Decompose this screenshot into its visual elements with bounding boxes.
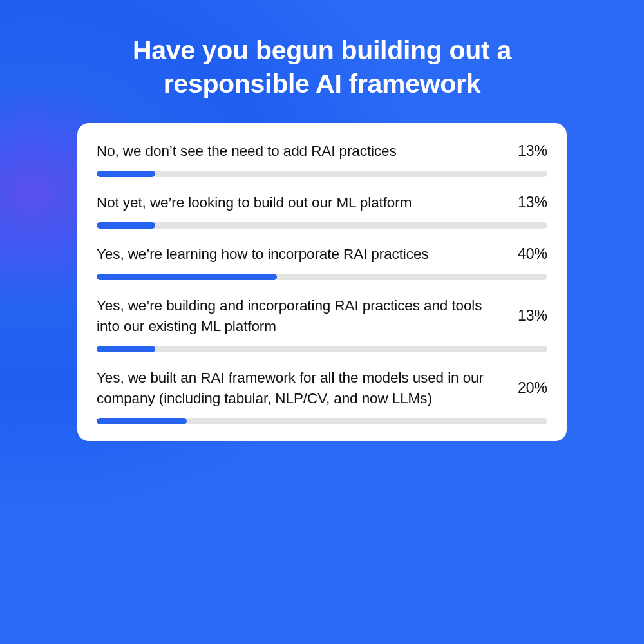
row-percent: 13% xyxy=(518,142,547,160)
progress-fill xyxy=(97,274,277,280)
progress-track xyxy=(97,346,547,352)
progress-track xyxy=(97,418,547,424)
row-percent: 20% xyxy=(518,379,547,397)
row-head: Yes, we built an RAI framework for all t… xyxy=(97,368,547,409)
progress-track xyxy=(97,274,547,280)
row-head: No, we don’t see the need to add RAI pra… xyxy=(97,141,547,162)
row-label: Yes, we’re learning how to incorporate R… xyxy=(97,244,502,265)
row-head: Not yet, we’re looking to build out our … xyxy=(97,193,547,213)
row-label: Yes, we built an RAI framework for all t… xyxy=(97,368,502,409)
result-row: Yes, we’re building and incorporating RA… xyxy=(97,296,547,352)
result-row: No, we don’t see the need to add RAI pra… xyxy=(97,141,547,177)
row-label: No, we don’t see the need to add RAI pra… xyxy=(97,141,502,162)
progress-track xyxy=(97,222,547,229)
result-row: Yes, we built an RAI framework for all t… xyxy=(97,368,547,424)
progress-fill xyxy=(97,346,155,352)
row-label: Yes, we’re building and incorporating RA… xyxy=(97,296,502,337)
progress-fill xyxy=(97,171,155,177)
row-head: Yes, we’re learning how to incorporate R… xyxy=(97,244,547,265)
results-card: No, we don’t see the need to add RAI pra… xyxy=(77,123,567,441)
result-row: Not yet, we’re looking to build out our … xyxy=(97,193,547,229)
row-label: Not yet, we’re looking to build out our … xyxy=(97,193,502,213)
row-percent: 13% xyxy=(518,194,547,211)
row-head: Yes, we’re building and incorporating RA… xyxy=(97,296,547,337)
progress-fill xyxy=(97,418,187,424)
row-percent: 13% xyxy=(518,307,547,325)
result-row: Yes, we’re learning how to incorporate R… xyxy=(97,244,547,280)
chart-title: Have you begun building out a responsibl… xyxy=(71,33,573,101)
row-percent: 40% xyxy=(518,245,547,263)
progress-fill xyxy=(97,222,155,229)
progress-track xyxy=(97,171,547,177)
